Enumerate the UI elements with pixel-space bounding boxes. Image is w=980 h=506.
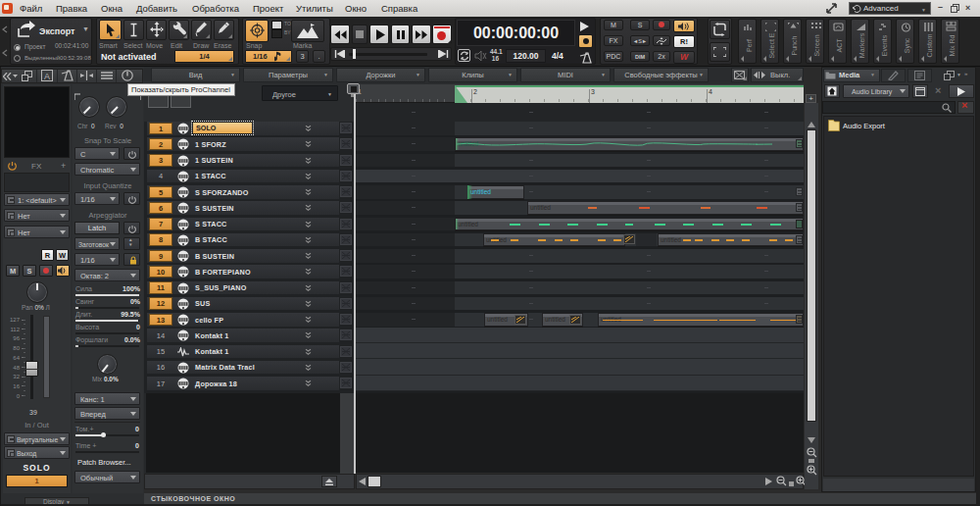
svg-text:A: A: [44, 72, 50, 81]
